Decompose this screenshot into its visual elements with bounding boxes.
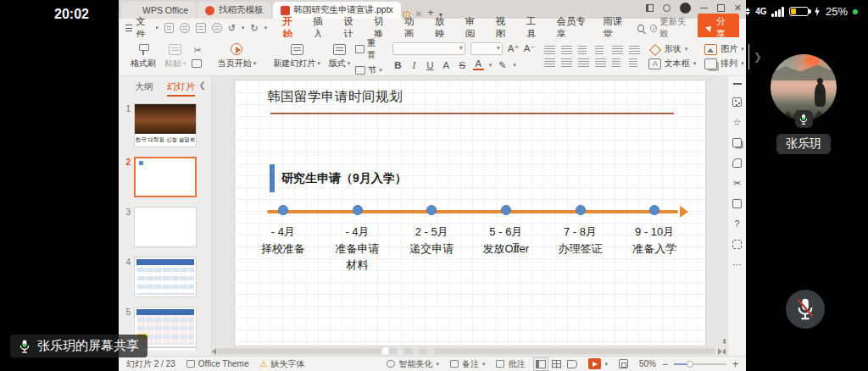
font-family-select[interactable] [392,42,465,55]
next-slide-button[interactable]: ⇟ [721,349,727,356]
distribute-icon[interactable] [629,58,637,67]
bullets-icon[interactable] [544,46,555,54]
notes-button[interactable]: 备注▾ [450,358,486,370]
decrease-font-icon[interactable]: A⁻ [524,42,535,54]
missing-font-warning[interactable]: ⚠ 缺失字体 [259,358,304,370]
timeline-graphic[interactable]: - 4月 择校准备 - 4月 准备申请 材料 2 - 5月 递交申请 5 - 6… [246,205,692,274]
save-icon[interactable] [164,23,175,33]
char-spacing-button[interactable]: A [441,60,452,70]
bold-button[interactable]: B [392,60,403,70]
slide-thumbnail[interactable]: 한국 대학원 신청 설명회 [134,103,197,147]
align-right-icon[interactable] [578,58,589,67]
ribbon-expand-chevron[interactable]: ❯ [748,44,766,69]
comments-button[interactable]: 批注 [496,358,525,370]
slide-thumbnail-row[interactable]: 4 [119,257,211,297]
editing-canvas[interactable]: 韩国留学申请时间规划 研究生申请（9月入学） - 4月 择校准备 - 4月 准备… [212,76,727,356]
cut-tools-icon[interactable]: ✂ [733,179,741,188]
theme-indicator[interactable]: Office Theme [186,359,249,368]
help-icon[interactable]: ? [734,219,739,229]
close-button[interactable]: ✕ [734,3,742,13]
text-direction-icon[interactable] [629,46,640,54]
line-spacing-icon[interactable] [612,46,623,54]
timeline-milestone[interactable]: 9 - 10月 准备入学 [617,205,692,274]
fit-to-window-icon[interactable] [619,359,628,368]
properties-icon[interactable] [732,97,742,107]
panel-tab[interactable]: 大纲 [135,77,153,97]
font-color-button[interactable]: A [473,59,484,71]
zoom-level[interactable]: 50% [639,359,656,368]
zoom-out-button[interactable]: − [662,358,668,370]
copy-icon[interactable] [192,59,202,68]
beautify-button[interactable]: 智能美化▾ [387,358,439,370]
format-painter-button[interactable]: 格式刷 [127,42,159,71]
reset-button[interactable]: 重置 [355,37,382,61]
slideshow-button[interactable]: ▾ [588,358,608,369]
participant-tile[interactable]: 张乐玥 [766,54,841,154]
slide-thumbnail[interactable] [134,257,197,297]
image-tools-icon[interactable] [732,158,742,168]
horizontal-scrollbar[interactable] [217,348,715,354]
sidebar-toggle-icon[interactable] [646,4,654,12]
increase-font-icon[interactable]: A⁺ [508,42,519,54]
outdent-icon[interactable] [578,46,587,54]
picture-button[interactable]: 图片▾ [704,43,744,55]
columns-icon[interactable] [612,58,620,67]
new-slide-button[interactable]: 新建幻灯片▾ [270,42,324,71]
scroll-left-icon[interactable] [212,348,216,355]
collapse-rail-icon[interactable] [733,83,742,85]
slide-thumbnail-row[interactable]: 3 [119,207,211,247]
strikethrough-button[interactable]: S [457,60,468,70]
update-status[interactable]: 更新失败 [650,16,689,40]
arrange-button[interactable]: 排列▾ [704,58,744,69]
mute-microphone-button[interactable] [786,290,825,329]
slide-thumbnail[interactable] [134,207,197,247]
theme-icon[interactable] [732,240,742,249]
timeline-milestone[interactable]: - 4月 择校准备 [246,205,320,274]
paste-button[interactable]: 粘贴▾ [161,42,190,71]
slide-title[interactable]: 韩国留学申请时间规划 [267,88,403,106]
align-left-icon[interactable] [544,58,555,67]
indent-icon[interactable] [595,46,604,54]
copy-style-icon[interactable] [732,138,742,147]
collapse-panel-icon[interactable]: ❮ [199,80,206,90]
timeline-milestone[interactable]: 7 - 8月 办理签证 [543,205,618,274]
output-icon[interactable] [180,23,190,33]
panel-tab[interactable]: 幻灯片 [167,77,195,97]
previous-slide-button[interactable]: ⇞ [721,339,727,346]
section-button[interactable]: 节▾ [355,64,382,76]
slide-canvas[interactable]: 韩国留学申请时间规划 研究生申请（9月入学） - 4月 择校准备 - 4月 准备… [235,80,705,346]
slide-thumbnail[interactable] [134,157,197,197]
redo-icon[interactable]: ↻ [251,23,259,34]
print-icon[interactable] [196,23,206,33]
favorites-star-icon[interactable]: ☆ [733,118,742,127]
skin-icon[interactable] [663,4,670,12]
align-center-icon[interactable] [561,58,572,67]
timeline-milestone[interactable]: 5 - 6月 发放Offer [469,205,543,274]
font-size-select[interactable] [470,42,503,55]
reading-view-button[interactable] [567,360,577,368]
justify-icon[interactable] [595,58,606,67]
undo-icon[interactable]: ↺ [228,23,236,34]
slide-thumbnail-row[interactable]: 1 한국 대학원 신청 설명회 [119,103,211,147]
more-tools-icon[interactable]: ⋯ [732,260,742,269]
slide-subtitle[interactable]: 研究生申请（9月入学） [281,171,407,186]
timeline-milestone[interactable]: 2 - 5月 递交申请 [394,205,469,274]
play-from-current-button[interactable]: 当页开始▾ [214,42,260,71]
highlight-button[interactable]: ✎ [497,59,508,71]
cut-icon[interactable]: ✂ [192,45,204,56]
account-avatar[interactable] [680,3,691,14]
numbering-icon[interactable] [561,46,572,54]
underline-button[interactable]: U [425,60,436,70]
normal-view-button[interactable] [536,360,546,368]
italic-button[interactable]: I [409,60,420,70]
shapes-button[interactable]: 形状▾ [648,43,697,55]
zoom-in-button[interactable]: + [732,358,738,370]
timeline-milestone[interactable]: - 4月 准备申请 材料 [320,205,395,274]
selection-pane-icon[interactable] [732,199,742,208]
textbox-button[interactable]: 文本框▾ [648,58,697,69]
maximize-button[interactable] [717,4,725,12]
slide-sorter-view-button[interactable] [552,360,561,368]
cloud-sync-icon[interactable] [212,23,222,33]
slide-layout-button[interactable]: 版式▾ [326,42,354,71]
document-tab[interactable]: 找稻壳模板 [198,2,271,19]
